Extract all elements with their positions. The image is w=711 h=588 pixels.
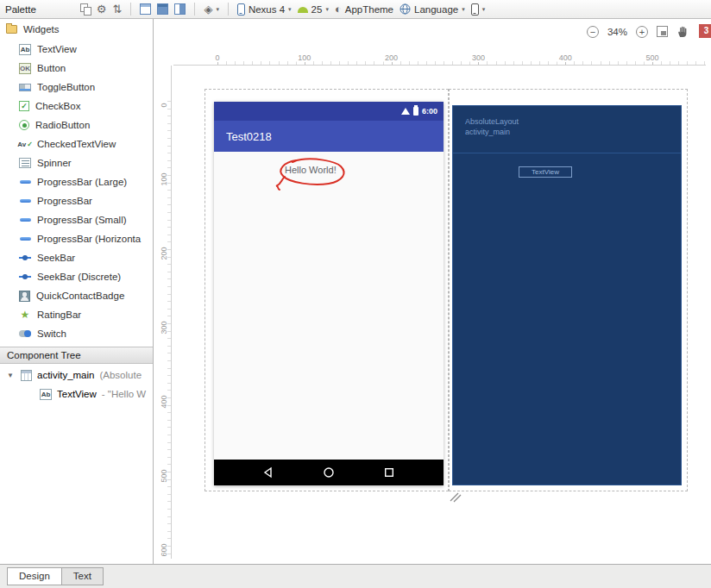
h-ruler-label: 100	[296, 53, 312, 62]
palette-title: Palette	[5, 4, 36, 15]
palette-item-seekbar[interactable]: SeekBar	[0, 248, 153, 267]
h-ruler-label: 0	[213, 53, 221, 62]
switch-icon	[19, 330, 31, 337]
gear-icon[interactable]: ⚙	[97, 3, 107, 15]
palette-item-togglebutton[interactable]: ToggleButton	[0, 78, 153, 97]
v-ruler-label: 0	[160, 93, 168, 117]
collapse-arrow-icon[interactable]: ▼	[7, 372, 16, 379]
quickcontactbadge-icon	[19, 291, 30, 302]
spinner-icon	[19, 158, 31, 168]
blueprint-header: AbsoluteLayout activity_main	[465, 116, 519, 137]
zoom-controls: − 34% +	[587, 25, 689, 38]
blueprint-view[interactable]: AbsoluteLayout activity_main TextView	[452, 105, 682, 485]
palette-item-spinner[interactable]: Spinner	[0, 153, 153, 172]
tree-node-suffix: (Absolute	[99, 370, 142, 380]
app-title: Test0218	[226, 130, 272, 143]
nav-home-icon	[323, 466, 335, 479]
blueprint-textview-box[interactable]: TextView	[519, 166, 572, 178]
status-time: 6:00	[422, 107, 437, 116]
v-ruler-label: 400	[160, 390, 168, 414]
copy-icon[interactable]	[80, 3, 91, 15]
app-bar: Test0218	[214, 121, 444, 152]
device-frame-icon	[471, 3, 479, 16]
language-selector[interactable]: Language ▾	[400, 3, 465, 15]
design-view-icon[interactable]	[140, 3, 151, 15]
both-views-icon[interactable]	[157, 3, 168, 15]
h-ruler-label: 300	[470, 53, 487, 62]
textview-icon: Ab	[40, 389, 52, 400]
component-tree-header: Component Tree	[0, 347, 153, 364]
zoom-to-fit-icon[interactable]	[657, 26, 668, 37]
palette-item-checkedtextview[interactable]: Av CheckedTextView	[0, 134, 153, 153]
v-ruler-label: 100	[160, 167, 168, 191]
palette-group-label: Widgets	[23, 24, 60, 34]
nav-back-icon	[262, 466, 274, 479]
blueprint-view-icon[interactable]	[174, 3, 186, 15]
red-circle-annotation	[268, 151, 355, 196]
palette-item-textview[interactable]: Ab TextView	[0, 40, 153, 59]
api-label: 25	[311, 4, 323, 15]
tab-design[interactable]: Design	[7, 567, 62, 585]
v-ruler-label: 600	[160, 538, 168, 562]
v-ruler-label: 300	[160, 316, 168, 340]
checkedtextview-icon: Av	[19, 138, 31, 150]
seekbar-discrete-icon	[19, 271, 31, 283]
zoom-in-icon[interactable]: +	[636, 26, 648, 38]
tree-node-label: TextView	[57, 389, 97, 399]
nav-recents-icon	[383, 466, 395, 479]
chevron-down-icon: ▾	[462, 6, 465, 13]
tab-text[interactable]: Text	[61, 567, 104, 585]
chevron-down-icon: ▾	[288, 6, 292, 13]
horizontal-ruler: 0100200300400500	[173, 53, 706, 66]
toolbar-divider	[228, 3, 229, 16]
palette-group-widgets[interactable]: Widgets	[0, 19, 153, 40]
blueprint-layout-label: AbsoluteLayout	[465, 116, 519, 127]
textview-icon: Ab	[19, 44, 31, 55]
design-editor-surface[interactable]: − 34% + 3 0100200300400500 0100200300400…	[154, 19, 711, 564]
blueprint-id-label: activity_main	[465, 127, 519, 137]
resize-handle-icon[interactable]	[449, 492, 462, 503]
palette-item-progressbar-small[interactable]: ProgressBar (Small)	[0, 210, 153, 229]
palette-item-progressbar-horizonta[interactable]: ProgressBar (Horizonta	[0, 229, 153, 248]
sort-icon[interactable]: ⇅	[112, 3, 122, 15]
palette-item-progressbar-large[interactable]: ProgressBar (Large)	[0, 172, 153, 191]
palette-item-ratingbar[interactable]: ★ RatingBar	[0, 305, 153, 324]
android-icon	[298, 7, 308, 13]
wifi-icon	[401, 108, 410, 115]
ratingbar-icon: ★	[19, 309, 31, 321]
palette-item-checkbox[interactable]: ✓ CheckBox	[0, 97, 153, 116]
h-ruler-label: 500	[644, 53, 660, 62]
chevron-down-icon: ▾	[482, 6, 486, 13]
blueprint-appbar-line	[453, 153, 681, 153]
api-selector[interactable]: 25 ▾	[298, 4, 329, 15]
navigation-bar	[214, 460, 444, 485]
notification-badge[interactable]: 3	[699, 24, 711, 38]
button-icon: OK	[19, 63, 31, 74]
palette-item-progressbar[interactable]: ProgressBar	[0, 191, 153, 210]
pan-hand-icon[interactable]	[676, 25, 689, 38]
zoom-out-icon[interactable]: −	[587, 26, 599, 38]
editor-mode-bar: Design Text	[0, 564, 711, 588]
globe-icon	[400, 3, 411, 15]
layout-canvas[interactable]: Hello World!	[214, 152, 444, 460]
palette-item-radiobutton[interactable]: RadioButton	[0, 116, 153, 134]
status-bar: 6:00	[214, 102, 444, 121]
tree-node-textview[interactable]: Ab TextView - "Hello W	[0, 385, 153, 403]
component-tree-title: Component Tree	[7, 350, 81, 360]
progressbar-small-icon	[19, 214, 31, 226]
palette-item-switch[interactable]: Switch	[0, 324, 153, 343]
seekbar-icon	[19, 252, 31, 264]
palette-item-seekbar-discrete[interactable]: SeekBar (Discrete)	[0, 267, 153, 286]
device-label: Nexus 4	[249, 4, 285, 15]
palette-item-quickcontactbadge[interactable]: QuickContactBadge	[0, 286, 153, 305]
virtual-device-button[interactable]: ▾	[471, 3, 486, 16]
tree-node-activity-main[interactable]: ▼ activity_main (Absolute	[0, 366, 153, 385]
togglebutton-icon	[19, 84, 31, 91]
theme-selector[interactable]: ◐ AppTheme	[335, 3, 393, 15]
orientation-selector[interactable]: ◈ ▾	[204, 3, 219, 15]
main-toolbar: Palette ⚙ ⇅ ◈ ▾ Nexus 4 ▾ 25 ▾ ◐ AppThem…	[0, 0, 711, 19]
toolbar-divider	[194, 3, 195, 16]
palette-item-button[interactable]: OK Button	[0, 59, 153, 78]
device-selector[interactable]: Nexus 4 ▾	[237, 3, 292, 16]
palette-panel: Widgets Ab TextView OK Button ToggleButt…	[0, 19, 154, 564]
